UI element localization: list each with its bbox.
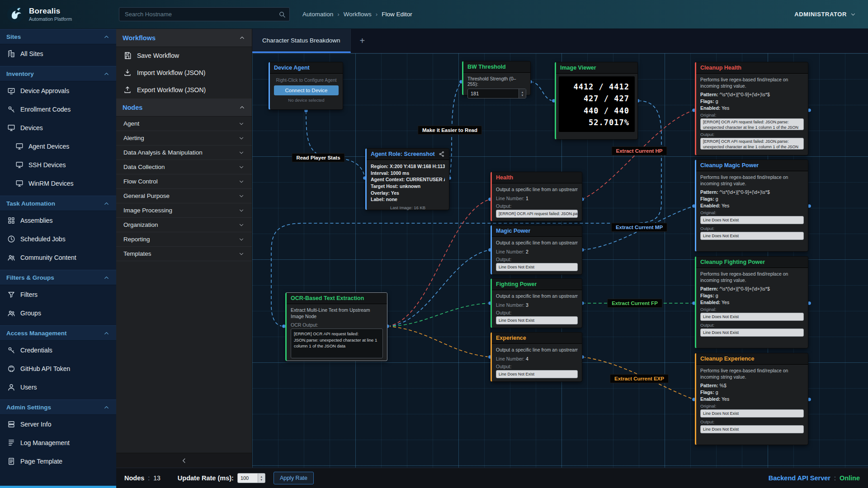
edge-device-agent-to-screenshot[interactable]	[306, 111, 365, 178]
sidebar-item-log-management[interactable]: Log Management	[0, 433, 116, 452]
account-menu[interactable]: ADMINISTRATOR	[794, 11, 868, 18]
breadcrumb-flow-editor[interactable]: Flow Editor	[382, 11, 412, 18]
sidebar-item-scheduled-jobs[interactable]: Scheduled Jobs	[0, 230, 116, 248]
node-header[interactable]: Device Agent	[270, 62, 343, 74]
node-device-agent[interactable]: Device Agent Right-Click to Configure Ag…	[269, 62, 343, 110]
flow-canvas[interactable]: Read Player Stats Make it Easier to Read…	[252, 53, 868, 468]
update-rate-field[interactable]	[238, 474, 258, 483]
update-rate-input[interactable]: ▴▾	[237, 473, 265, 483]
sidebar-item-credentials[interactable]: Credentials	[0, 341, 116, 359]
node-experience[interactable]: Experience Output a specific line from a…	[491, 332, 582, 382]
sidebar-section-sites[interactable]: Sites	[0, 29, 116, 44]
node-category-reporting[interactable]: Reporting	[116, 232, 252, 247]
edge-label-make-it-easier-to-read[interactable]: Make it Easier to Read	[418, 126, 482, 135]
node-header[interactable]: Health	[492, 172, 582, 183]
node-header[interactable]: BW Threshold	[463, 61, 530, 73]
sidebar-item-all-sites[interactable]: All Sites	[0, 44, 116, 63]
export-workflow-button[interactable]: Export Workflow (JSON)	[116, 81, 252, 99]
node-ocr-text-extraction[interactable]: OCR-Based Text Extraction Extract Multi-…	[285, 292, 387, 361]
edge-label-read-player-stats[interactable]: Read Player Stats	[292, 153, 344, 162]
spinner-icon[interactable]: ▴▾	[258, 474, 265, 483]
edge-ocr-to-health[interactable]	[387, 199, 490, 326]
node-category-image-processing[interactable]: Image Processing	[116, 203, 252, 218]
edge-label-extract-current-mp[interactable]: Extract Current MP	[611, 223, 667, 232]
node-category-agent[interactable]: Agent	[116, 117, 252, 131]
node-header[interactable]: Cleanup Experience	[696, 353, 808, 365]
sidebar-item-groups[interactable]: Groups	[0, 304, 116, 322]
edge-ocr-to-magic-power[interactable]	[387, 250, 490, 326]
node-cleanup-experience[interactable]: Cleanup Experience Performs live regex-b…	[695, 353, 808, 445]
collapse-panel-button[interactable]	[116, 453, 252, 468]
node-cleanup-fighting-power[interactable]: Cleanup Fighting Power Performs live reg…	[695, 256, 808, 348]
sidebar-item-agent-devices[interactable]: Agent Devices	[0, 137, 116, 155]
node-category-organization[interactable]: Organization	[116, 218, 252, 232]
sidebar-item-device-approvals[interactable]: Device Approvals	[0, 81, 116, 100]
node-category-general-purpose[interactable]: General Purpose	[116, 189, 252, 203]
tab-character-status-breakdown[interactable]: Character Status Breakdown	[252, 29, 351, 53]
node-category-data-analysis[interactable]: Data Analysis & Manipulation	[116, 145, 252, 160]
sidebar-item-winrm-devices[interactable]: WinRM Devices	[0, 174, 116, 192]
breadcrumb-automation[interactable]: Automation	[302, 11, 333, 18]
node-header[interactable]: Magic Power	[492, 225, 582, 237]
spinner-icon[interactable]: ▴▾	[519, 89, 526, 98]
edge-ocr-to-fighting-power[interactable]	[387, 303, 490, 326]
node-category-templates[interactable]: Templates	[116, 247, 252, 261]
node-header[interactable]: Fighting Power	[492, 279, 582, 290]
edge-label-extract-current-exp[interactable]: Extract Current EXP	[610, 374, 669, 383]
sidebar-item-assemblies[interactable]: Assemblies	[0, 211, 116, 230]
node-image-viewer[interactable]: Image Viewer 4412 / 4412 427 / 427 440 /…	[555, 62, 638, 140]
edge-ocr-to-experience[interactable]	[387, 326, 490, 357]
sidebar-item-filters[interactable]: Filters	[0, 285, 116, 304]
node-header[interactable]: Cleanup Health	[696, 62, 808, 74]
node-header[interactable]: Cleanup Magic Power	[696, 160, 808, 171]
flags-label: Flags:	[700, 389, 714, 395]
sidebar-item-github-api-token[interactable]: GitHub API Token	[0, 359, 116, 378]
nodes-panel-header[interactable]: Nodes	[116, 99, 252, 117]
node-fighting-power[interactable]: Fighting Power Output a specific line fr…	[491, 278, 582, 328]
search-input[interactable]	[119, 7, 290, 21]
node-magic-power[interactable]: Magic Power Output a specific line from …	[491, 225, 582, 275]
sidebar-scrollbar[interactable]	[0, 486, 116, 488]
node-bw-threshold[interactable]: BW Threshold Threshold Strength (0–255):…	[462, 61, 531, 95]
edge-label-extract-current-fp[interactable]: Extract Current FP	[607, 299, 662, 308]
save-workflow-button[interactable]: Save Workflow	[116, 47, 252, 64]
breadcrumb-workflows[interactable]: Workflows	[344, 11, 372, 18]
node-health[interactable]: Health Output a specific line from an up…	[491, 172, 582, 221]
threshold-field[interactable]	[468, 89, 519, 98]
node-category-data-collection[interactable]: Data Collection	[116, 160, 252, 174]
sidebar-item-users[interactable]: Users	[0, 378, 116, 396]
import-workflow-button[interactable]: Import Workflow (JSON)	[116, 64, 252, 81]
ocr-output-label: OCR Output:	[291, 322, 383, 328]
workflows-panel-header[interactable]: Workflows	[116, 29, 252, 47]
node-header[interactable]: Cleanup Fighting Power	[696, 257, 808, 268]
sidebar-item-page-template[interactable]: Page Template	[0, 452, 116, 470]
sidebar-section-admin-settings[interactable]: Admin Settings	[0, 399, 116, 415]
node-category-alerting[interactable]: Alerting	[116, 131, 252, 145]
brand[interactable]: Borealis Automation Platform	[0, 5, 116, 23]
node-header[interactable]: Image Viewer	[556, 62, 637, 74]
node-category-flow-control[interactable]: Flow Control	[116, 174, 252, 189]
sidebar-item-server-info[interactable]: Server Info	[0, 415, 116, 433]
sidebar-item-devices[interactable]: Devices	[0, 118, 116, 137]
connect-to-device-button[interactable]: Connect to Device	[274, 85, 339, 95]
node-header[interactable]: Agent Role: Screenshot	[367, 149, 449, 160]
sidebar-section-inventory[interactable]: Inventory	[0, 66, 116, 81]
node-cleanup-magic-power[interactable]: Cleanup Magic Power Performs live regex-…	[695, 160, 808, 252]
sidebar-section-access-management[interactable]: Access Management	[0, 325, 116, 341]
apply-rate-button[interactable]: Apply Rate	[274, 472, 314, 484]
sidebar-item-enrollment-codes[interactable]: Enrollment Codes	[0, 100, 116, 118]
sidebar-item-ssh-devices[interactable]: SSH Devices	[0, 155, 116, 174]
threshold-input[interactable]: ▴▾	[467, 89, 526, 99]
sidebar-section-task-automation[interactable]: Task Automation	[0, 196, 116, 211]
sidebar-section-filters-groups[interactable]: Filters & Groups	[0, 270, 116, 285]
add-tab-button[interactable]: +	[351, 29, 374, 53]
search-icon[interactable]	[278, 11, 286, 19]
node-header[interactable]: OCR-Based Text Extraction	[287, 293, 387, 304]
node-agent-role-screenshot[interactable]: Agent Role: Screenshot Region: X:200 Y:4…	[365, 148, 449, 210]
edge-bw-threshold-to-image-viewer[interactable]	[530, 82, 554, 101]
share-icon[interactable]	[439, 151, 445, 157]
sidebar-item-community-content[interactable]: Community Content	[0, 248, 116, 267]
edge-label-extract-current-hp[interactable]: Extract Current HP	[612, 146, 667, 155]
node-cleanup-health[interactable]: Cleanup Health Performs live regex-based…	[695, 62, 808, 155]
node-header[interactable]: Experience	[492, 333, 582, 344]
